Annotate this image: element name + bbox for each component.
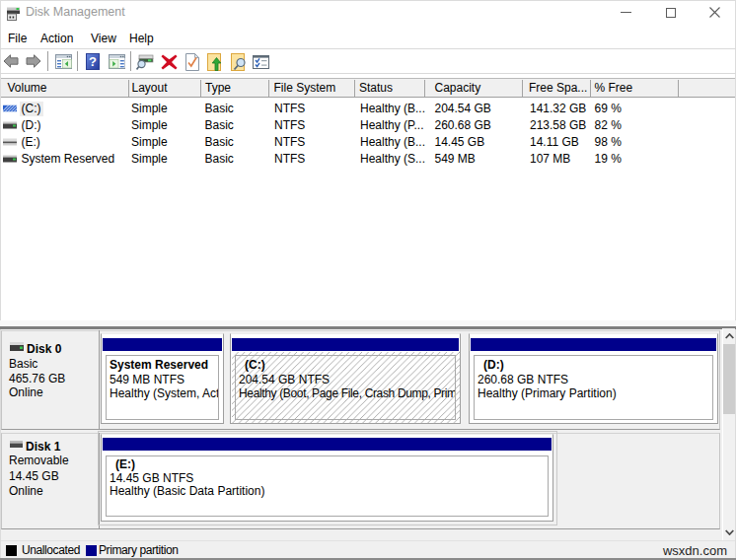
svg-text:?: ?	[89, 54, 97, 69]
